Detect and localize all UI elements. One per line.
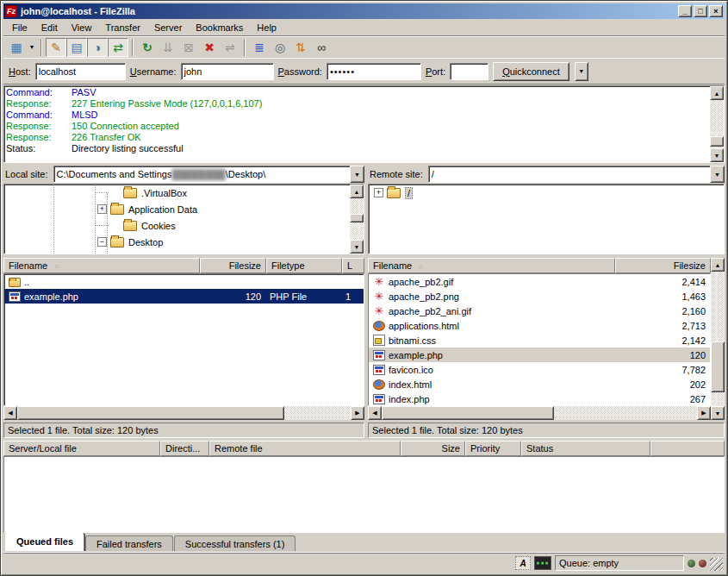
synchronized-browsing-button[interactable]: ⇅ [290,38,311,57]
file-row-example-php[interactable]: example.php 120 PHP File 1 [4,289,364,304]
scrollbar-thumb[interactable] [382,406,554,420]
speed-limits-icon[interactable]: ▪▪▪ [534,556,551,570]
port-input[interactable] [450,63,488,80]
scroll-up-icon[interactable]: ▲ [710,86,724,100]
scroll-left-icon[interactable]: ◀ [368,406,382,420]
file-row[interactable]: ✳apache_pb2.png1,463 [369,289,710,304]
scrollbar-thumb[interactable] [17,406,284,420]
menu-help[interactable]: Help [250,20,283,35]
expand-plus-icon[interactable]: + [374,188,383,197]
log-line: Command:MLSD [6,110,708,121]
column-remote-file[interactable]: Remote file [209,441,401,456]
column-priority[interactable]: Priority [465,441,521,456]
site-manager-dropdown[interactable]: ▼ [27,38,37,57]
remote-list-hscrollbar[interactable]: ◀ ▶ [368,406,711,420]
remote-path-input[interactable]: / [428,166,710,183]
resize-grip[interactable] [710,558,723,571]
remote-list-scrollbar[interactable]: ▲ ▼ [711,258,725,420]
site-manager-button[interactable]: ▦ [6,38,27,57]
disconnect-button[interactable]: ✖ [199,38,220,57]
tree-item-application-data[interactable]: +Application Data [4,201,350,217]
compare-directories-button[interactable]: ◎ [270,38,290,57]
column-filename[interactable]: Filename▵ [368,258,615,273]
local-combo-dropdown[interactable]: ▼ [350,166,364,183]
toggle-queue-button[interactable]: ⇄ [108,38,128,57]
file-row[interactable]: applications.html2,713 [369,318,710,333]
scroll-down-icon[interactable]: ▼ [711,406,725,420]
scroll-up-icon[interactable]: ▲ [711,258,725,272]
scroll-right-icon[interactable]: ▶ [351,406,364,420]
local-site-combo[interactable]: C:\Documents and Settings████████\Deskto… [53,166,364,183]
title-bar[interactable]: Fz john@localhost - FileZilla _ □ × [3,3,725,19]
expand-plus-icon[interactable]: + [97,204,107,214]
scroll-down-icon[interactable]: ▼ [350,240,364,254]
file-row[interactable]: index.html202 [369,377,710,391]
column-filetype[interactable]: Filetype [266,258,342,273]
log-scrollbar[interactable]: ▲ ▼ [710,86,724,162]
minimize-button[interactable]: _ [678,5,692,17]
scrollbar-thumb[interactable] [710,136,724,147]
toggle-remote-tree-button[interactable]: ◑ [87,38,108,57]
tree-item-desktop[interactable]: −Desktop [4,234,350,250]
file-row-example-php[interactable]: example.php120 [369,347,710,362]
tree-item-cookies[interactable]: Cookies [4,217,350,234]
column-filesize[interactable]: Filesize [615,258,711,273]
reconnect-button[interactable]: ⇌ [220,38,240,57]
cancel-button[interactable]: ⊠ [178,38,199,57]
password-input[interactable]: •••••• [327,63,421,80]
find-files-button[interactable]: ∞ [311,38,332,57]
maximize-button[interactable]: □ [694,5,707,17]
username-input[interactable]: john [181,63,274,80]
file-row[interactable]: ✳apache_pb2_ani.gif2,160 [369,304,710,318]
file-row[interactable]: ✳apache_pb2.gif2,414 [369,274,710,289]
transfer-type-ascii-icon[interactable]: A [515,556,531,570]
menu-edit[interactable]: Edit [34,20,65,35]
scroll-down-icon[interactable]: ▼ [710,148,724,162]
local-tree-scrollbar[interactable]: ▲ ▼ [350,185,364,254]
local-path-input[interactable]: C:\Documents and Settings████████\Deskto… [53,166,350,183]
quickconnect-bar: Host: localhost Username: john Password:… [3,59,725,85]
column-last-modified[interactable]: L [342,258,364,273]
scroll-left-icon[interactable]: ◀ [3,406,17,420]
column-filesize[interactable]: Filesize [200,258,266,273]
directory-filters-button[interactable]: ≣ [249,38,270,57]
toggle-local-tree-button[interactable]: ▤ [66,38,87,57]
quickconnect-button[interactable]: Quickconnect [493,62,569,81]
file-row[interactable]: bitnami.css2,142 [369,333,710,347]
tree-item-root[interactable]: +/ [369,185,724,201]
menu-server[interactable]: Server [147,20,189,35]
scrollbar-thumb[interactable] [350,214,364,222]
tab-queued-files[interactable]: Queued files [5,533,84,551]
menu-bookmarks[interactable]: Bookmarks [189,20,250,35]
scroll-up-icon[interactable]: ▲ [350,185,364,198]
file-row[interactable]: index.php267 [369,391,710,406]
scroll-right-icon[interactable]: ▶ [697,406,711,420]
column-size[interactable]: Size [401,441,465,456]
scrollbar-thumb[interactable] [711,341,725,392]
remote-combo-dropdown[interactable]: ▼ [710,166,725,183]
tab-failed-transfers[interactable]: Failed transfers [85,535,173,551]
column-filename[interactable]: Filename▵ [3,258,200,273]
menu-file[interactable]: File [5,20,34,35]
file-row[interactable]: favicon.ico7,782 [369,362,710,377]
expand-minus-icon[interactable]: − [97,237,107,247]
remote-tree: +/ [368,184,725,254]
menu-view[interactable]: View [65,20,99,35]
toggle-message-log-button[interactable]: ✎ [46,38,66,57]
column-server-local-file[interactable]: Server/Local file [3,441,160,456]
column-direction[interactable]: Directi... [160,441,209,456]
remote-file-list: ✳apache_pb2.gif2,414 ✳apache_pb2.png1,46… [368,273,711,406]
tab-successful-transfers[interactable]: Successful transfers (1) [174,535,296,551]
close-button[interactable]: × [709,5,723,17]
tree-item-virtualbox[interactable]: .VirtualBox [4,185,350,201]
file-row-parent-dir[interactable]: .. [4,274,364,289]
menu-transfer[interactable]: Transfer [98,20,147,35]
refresh-button[interactable]: ↻ [137,38,158,57]
host-input[interactable]: localhost [35,63,126,80]
column-status[interactable]: Status [521,441,650,456]
remote-site-combo[interactable]: / ▼ [428,166,725,183]
process-queue-button[interactable]: ⇊ [158,38,178,57]
local-list-hscrollbar[interactable]: ◀ ▶ [3,406,364,420]
window-title: john@localhost - FileZilla [21,6,678,16]
quickconnect-dropdown[interactable]: ▼ [575,62,588,81]
